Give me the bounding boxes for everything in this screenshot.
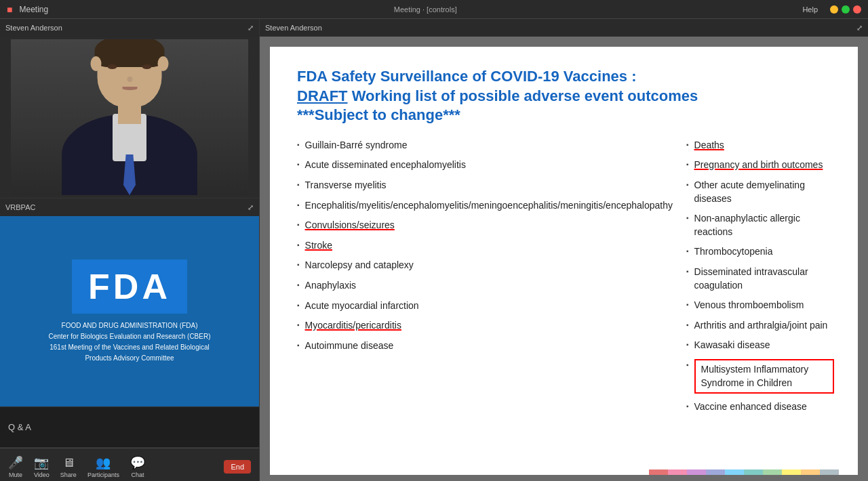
list-item: ▪Arthritis and arthralgia/joint pain [686, 319, 834, 333]
participants-label: Participants [87, 472, 119, 478]
bullet-point: ▪ [297, 240, 300, 250]
item-text: Transverse myelitis [305, 179, 387, 192]
item-text: Encephalitis/myelitis/encephalomyelitis/… [305, 199, 673, 213]
bullet-point: ▪ [297, 341, 300, 350]
bullet-point: ▪ [297, 180, 300, 190]
fda-logo-box: FDA [72, 259, 187, 314]
maximize-button[interactable] [842, 5, 850, 14]
slide-left-column: ▪Guillain-Barré syndrome▪Acute dissemina… [297, 139, 673, 421]
color-segment [725, 469, 744, 475]
share-button[interactable]: 🖥 Share [60, 456, 77, 478]
right-panel-header: Steven Anderson ⤢ [260, 19, 868, 37]
list-item: ▪Pregnancy and birth outcomes [686, 159, 834, 172]
item-text: Pregnancy and birth outcomes [694, 159, 823, 172]
item-text: Thrombocytopenia [694, 245, 773, 259]
list-item: ▪Stroke [297, 239, 673, 253]
list-item: ▪Autoimmune disease [297, 339, 673, 353]
list-item: ▪Transverse myelitis [297, 179, 673, 192]
list-item: ▪Deaths [686, 139, 834, 152]
chat-button[interactable]: 💬 Chat [130, 455, 145, 478]
fda-video-header: VRBPAC ⤢ [0, 198, 259, 216]
fda-description: FOOD AND DRUG ADMINISTRATION (FDA) Cente… [49, 320, 211, 364]
list-item: ▪Acute myocardial infarction [297, 299, 673, 313]
item-text: Non-anaphylactic allergic reactions [694, 212, 834, 238]
list-item: ▪Venous thromboembolism [686, 299, 834, 312]
bullet-point: ▪ [686, 300, 689, 310]
item-text: Deaths [694, 139, 724, 152]
list-item: ▪Acute disseminated encephalomyelitis [297, 159, 673, 172]
color-segment [649, 469, 668, 475]
person-video-panel: Steven Anderson ⤢ [0, 19, 259, 198]
camera-button[interactable]: 📷 Video [34, 455, 50, 478]
item-text: Venous thromboembolism [694, 299, 804, 312]
list-item: ▪Multisystem Inflammatory Syndrome in Ch… [686, 359, 834, 394]
list-item: ▪Kawasaki disease [686, 339, 834, 352]
color-segment [801, 469, 820, 475]
item-text: Stroke [305, 239, 332, 253]
item-text: Multisystem Inflammatory Syndrome in Chi… [694, 359, 834, 394]
share-icon: 🖥 [62, 456, 75, 470]
presentation-slide: FDA Safety Surveillance of COVID-19 Vacc… [270, 47, 858, 475]
participants-icon: 👥 [96, 455, 111, 470]
item-text: Acute myocardial infarction [305, 299, 419, 313]
meeting-controls: 🎤 Mute 📷 Video 🖥 Share 👥 Participants 💬 … [0, 448, 259, 481]
list-item: ▪Disseminated intravascular coagulation [686, 266, 834, 292]
toolbar-title: Meeting [19, 5, 48, 14]
qa-panel: Q & A [0, 406, 259, 447]
slide-content: ▪Guillain-Barré syndrome▪Acute dissemina… [297, 139, 834, 421]
chat-icon: 💬 [130, 455, 145, 470]
expand-slide-icon[interactable]: ⤢ [856, 24, 863, 33]
minimize-button[interactable] [830, 5, 838, 14]
fda-logo-text: FDA [88, 267, 171, 306]
bullet-point: ▪ [297, 260, 300, 270]
end-button[interactable]: End [224, 460, 251, 474]
end-label: End [231, 463, 244, 471]
bullet-point: ▪ [686, 267, 689, 276]
list-item: ▪Non-anaphylactic allergic reactions [686, 212, 834, 238]
item-text: Other acute demyelinating diseases [694, 179, 834, 205]
list-item: ▪Encephalitis/myelitis/encephalomyelitis… [297, 199, 673, 213]
bullet-point: ▪ [686, 320, 689, 330]
color-segment [687, 469, 706, 475]
item-text: Convulsions/seizures [305, 219, 395, 232]
color-segment [820, 469, 839, 475]
bullet-point: ▪ [686, 360, 689, 370]
app-toolbar: ■ Meeting Meeting · [controls] Help [0, 0, 868, 19]
bullet-point: ▪ [686, 160, 689, 169]
list-item: ▪Anaphylaxis [297, 279, 673, 293]
item-text: Disseminated intravascular coagulation [694, 266, 834, 292]
bullet-point: ▪ [297, 301, 300, 310]
bullet-point: ▪ [686, 140, 689, 150]
expand-fda-icon[interactable]: ⤢ [248, 203, 254, 212]
bullet-point: ▪ [297, 140, 300, 150]
expand-person-icon[interactable]: ⤢ [248, 24, 254, 33]
qa-label: Q & A [8, 422, 31, 432]
color-segment [782, 469, 801, 475]
item-text: Autoimmune disease [305, 339, 394, 353]
help-label[interactable]: Help [802, 5, 818, 14]
bullet-point: ▪ [297, 160, 300, 169]
bullet-point: ▪ [686, 340, 689, 350]
list-item: ▪Convulsions/seizures [297, 219, 673, 232]
mute-button[interactable]: 🎤 Mute [8, 455, 23, 478]
item-text: Arthritis and arthralgia/joint pain [694, 319, 828, 333]
main-area: Steven Anderson ⤢ [0, 19, 868, 481]
draft-text: DRAFT [297, 87, 348, 104]
fda-video-panel: VRBPAC ⤢ FDA FOOD AND DRUG ADMINISTRATIO… [0, 198, 259, 448]
list-item: ▪Vaccine enhanced disease [686, 400, 834, 414]
participants-button[interactable]: 👥 Participants [87, 455, 119, 478]
slide-right-column: ▪Deaths▪Pregnancy and birth outcomes▪Oth… [686, 139, 834, 421]
list-item: ▪Other acute demyelinating diseases [686, 179, 834, 205]
bullet-point: ▪ [297, 201, 300, 210]
color-segment [763, 469, 782, 475]
toolbar-meeting-controls: Meeting · [controls] [55, 5, 795, 14]
item-text: Myocarditis/pericarditis [305, 319, 401, 333]
slide-title-line3: ***Subject to change*** [297, 106, 834, 125]
color-bar [649, 469, 858, 475]
fda-panel-name: VRBPAC [5, 203, 35, 211]
left-panel: Steven Anderson ⤢ [0, 19, 260, 481]
bullet-point: ▪ [686, 402, 689, 411]
slide-area: FDA Safety Surveillance of COVID-19 Vacc… [260, 37, 868, 481]
chat-label: Chat [131, 472, 144, 478]
close-button[interactable] [853, 5, 861, 14]
